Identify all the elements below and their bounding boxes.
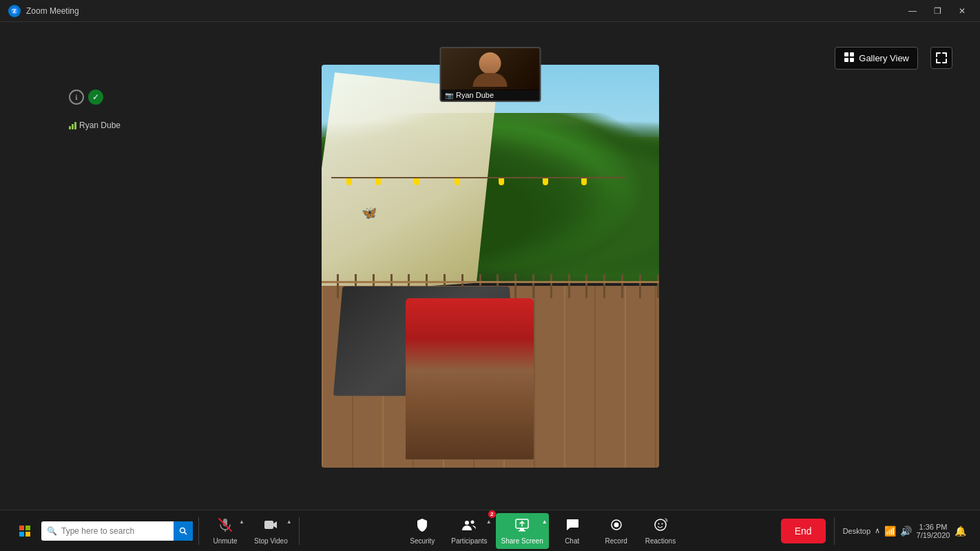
network-icon: 📶 — [884, 526, 896, 537]
close-button[interactable]: ✕ — [952, 4, 972, 18]
fence-post — [517, 274, 534, 298]
mic-icon — [218, 517, 233, 535]
search-input[interactable] — [61, 526, 169, 536]
participants-icon — [461, 517, 477, 535]
restore-button[interactable]: ❐ — [928, 4, 947, 18]
svg-rect-3 — [844, 58, 848, 62]
speaker-name-left: Ryan Dube — [79, 121, 121, 130]
fence-post — [623, 274, 641, 298]
record-icon — [609, 517, 624, 535]
fence-post — [322, 274, 340, 298]
security-button[interactable]: Security — [402, 513, 443, 549]
svg-rect-6 — [25, 526, 30, 530]
svg-rect-1 — [844, 52, 848, 56]
minimize-button[interactable]: — — [903, 4, 922, 18]
unmute-button[interactable]: ▲ Unmute — [205, 513, 246, 549]
gallery-view-button[interactable]: Gallery View — [835, 47, 918, 70]
reactions-icon — [653, 517, 668, 535]
toolbar: 🔍 ▲ Unmute — [0, 510, 980, 551]
desktop-label[interactable]: Desktop — [843, 527, 870, 535]
title-bar-text: Zoom Meeting — [26, 6, 903, 16]
fence-post — [641, 274, 659, 298]
svg-point-23 — [658, 523, 659, 524]
svg-rect-18 — [520, 528, 524, 530]
reactions-button[interactable]: Reactions — [640, 513, 681, 549]
bar2 — [72, 124, 74, 129]
chat-icon — [565, 517, 580, 535]
share-arrow[interactable]: ▲ — [542, 519, 548, 525]
svg-line-10 — [185, 532, 187, 534]
fence-post — [605, 274, 623, 298]
svg-point-16 — [471, 520, 475, 523]
svg-rect-19 — [519, 530, 525, 532]
tray-expand[interactable]: ∧ — [875, 526, 880, 535]
signal-bars-main — [69, 122, 76, 129]
string-lights — [331, 177, 625, 178]
fence-rail — [322, 281, 659, 283]
participant-thumbnail[interactable]: 📷 Ryan Dube — [439, 47, 541, 102]
toolbar-left: 🔍 ▲ Unmute — [14, 513, 302, 549]
participant-video — [441, 48, 539, 90]
svg-rect-8 — [25, 532, 30, 537]
expand-button[interactable] — [930, 47, 952, 69]
notifications-icon[interactable]: 🔔 — [955, 526, 966, 537]
date-display: 7/19/2020 — [917, 531, 950, 539]
svg-rect-4 — [850, 58, 854, 62]
participants-arrow[interactable]: ▲ — [486, 519, 492, 525]
video-arrow[interactable]: ▲ — [286, 519, 292, 525]
chat-button[interactable]: Chat — [552, 513, 593, 549]
divider-3 — [834, 517, 835, 545]
svg-point-21 — [614, 522, 618, 527]
fence-post — [534, 274, 552, 298]
cortana-search-button[interactable] — [174, 521, 193, 541]
status-indicators: ℹ ✓ — [69, 90, 103, 105]
toolbar-right: End Desktop ∧ 📶 🔊 1:36 PM 7/19/2020 🔔 — [781, 517, 966, 545]
unmute-arrow[interactable]: ▲ — [239, 519, 244, 525]
search-bar: 🔍 — [41, 521, 193, 541]
butterfly-decoration: 🦋 — [362, 205, 377, 220]
gallery-icon — [844, 52, 855, 65]
security-icon — [415, 517, 430, 535]
system-tray: Desktop ∧ 📶 🔊 1:36 PM 7/19/2020 🔔 — [843, 523, 966, 539]
fence-post — [587, 274, 605, 298]
svg-rect-14 — [264, 521, 273, 529]
share-screen-button[interactable]: ▲ Share Screen — [496, 513, 549, 549]
participant-name-label: 📷 Ryan Dube — [441, 90, 539, 101]
bar1 — [69, 126, 71, 129]
record-button[interactable]: Record — [596, 513, 637, 549]
divider-2 — [299, 517, 300, 545]
chair — [406, 298, 534, 459]
clock: 1:36 PM 7/19/2020 — [916, 523, 950, 539]
svg-rect-7 — [19, 532, 24, 537]
svg-point-24 — [661, 523, 663, 524]
end-button[interactable]: End — [781, 519, 826, 543]
window-controls: — ❐ ✕ — [903, 4, 972, 18]
speaker-icon: 🔊 — [900, 526, 912, 537]
speaker-video: 🦋 — [322, 65, 659, 468]
zoom-icon — [8, 5, 21, 17]
participants-count-badge: 2 — [488, 510, 495, 518]
light-bulb — [581, 178, 587, 185]
info-icon: ℹ — [69, 90, 84, 105]
fence-post — [570, 274, 588, 298]
search-glass-icon: 🔍 — [47, 526, 57, 536]
time-display: 1:36 PM — [919, 523, 948, 531]
windows-start[interactable] — [14, 520, 36, 542]
title-bar: Zoom Meeting — ❐ ✕ — [0, 0, 980, 22]
verified-icon: ✓ — [88, 90, 103, 105]
stop-video-button[interactable]: ▲ Stop Video — [249, 513, 293, 549]
video-icon — [263, 517, 278, 535]
divider-1 — [198, 517, 199, 545]
signal-name-area: Ryan Dube — [69, 121, 121, 130]
camera-icon-small: 📷 — [445, 92, 453, 99]
video-scene: 🦋 — [322, 65, 659, 468]
svg-rect-5 — [19, 526, 24, 530]
bar3 — [74, 122, 76, 129]
light-bulb — [414, 178, 419, 185]
participants-button[interactable]: 2 ▲ Participants — [446, 513, 492, 549]
fence-post — [552, 274, 570, 298]
svg-point-22 — [655, 519, 666, 530]
svg-rect-2 — [850, 52, 854, 56]
svg-point-9 — [180, 528, 185, 532]
svg-point-15 — [465, 521, 469, 525]
